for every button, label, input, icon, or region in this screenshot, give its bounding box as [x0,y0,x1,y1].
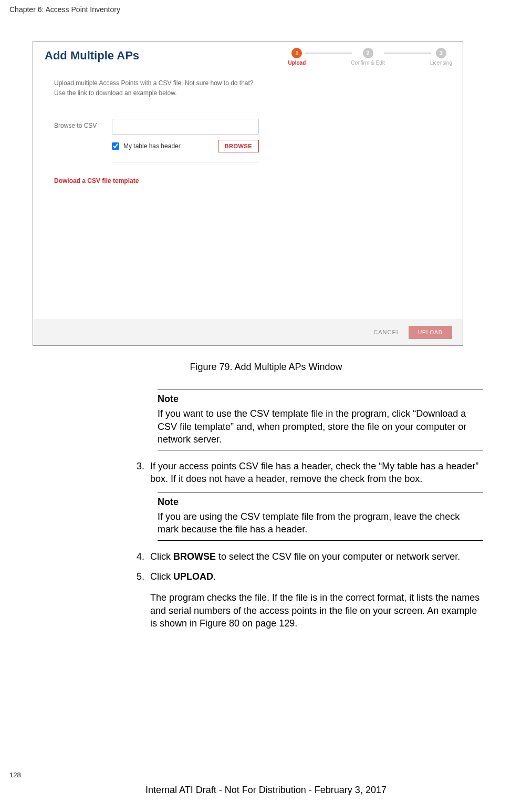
cancel-button[interactable]: CANCEL [373,329,400,335]
note-block-1: Note If you want to use the CSV template… [158,389,483,450]
download-template-link[interactable]: Dowload a CSV file template [54,177,139,184]
form-description: Upload multiple Access Points with a CSV… [54,78,259,108]
form-area: Upload multiple Access Points with a CSV… [33,63,280,185]
note-heading: Note [158,496,483,508]
browse-button[interactable]: BROWSE [218,140,259,152]
wizard-circle-2: 2 [363,48,373,58]
header-checkbox[interactable] [112,142,119,150]
header-checkbox-wrap[interactable]: My table has header [112,142,181,150]
wizard-connector [384,53,431,54]
wizard-circle-3: 3 [436,48,446,58]
step-5-body: Click UPLOAD. The program checks the fil… [150,570,483,630]
wizard-step-licensing: 3 Licensing [430,48,452,66]
browse-row: Browse to CSV My table has header BROWSE [54,108,259,166]
dialog-footer: CANCEL UPLOAD [33,319,463,345]
step-3-number: 3. [137,460,150,486]
upload-button[interactable]: UPLOAD [409,326,452,339]
dialog-screenshot: Add Multiple APs 1 Upload 2 Confirm & Ed… [33,41,463,346]
header-checkbox-label: My table has header [123,142,181,150]
browse-label: Browse to CSV [54,119,112,129]
wizard-step-confirm: 2 Confirm & Edit [351,48,384,66]
wizard-steps: 1 Upload 2 Confirm & Edit 3 Licensing [288,48,452,66]
note-heading: Note [158,393,483,405]
content-column: Note If you want to use the CSV template… [137,384,483,636]
wizard-label-3: Licensing [430,60,452,66]
step-3-body: If your access points CSV file has a hea… [150,460,483,486]
step-5: 5. Click UPLOAD. The program checks the … [137,570,483,630]
wizard-circle-1: 1 [291,48,302,58]
step-4: 4. Click BROWSE to select the CSV file o… [137,550,483,563]
step-5-number: 5. [137,570,150,630]
note-body-2: If you are using the CSV template file f… [158,510,483,536]
wizard-connector [305,53,352,54]
step-4-body: Click BROWSE to select the CSV file on y… [150,550,483,563]
chapter-header: Chapter 6: Access Point Inventory [9,5,120,14]
step-5-sub: The program checks the file. If the file… [150,591,483,630]
figure-caption: Figure 79. Add Multiple APs Window [0,362,532,373]
wizard-label-1: Upload [288,60,306,66]
page-number: 128 [9,771,21,779]
step-3: 3. If your access points CSV file has a … [137,460,483,486]
wizard-label-2: Confirm & Edit [351,60,384,66]
note-block-2: Note If you are using the CSV template f… [158,492,483,541]
csv-path-input[interactable] [112,119,259,135]
footer-text: Internal ATI Draft - Not For Distributio… [0,785,532,796]
step-4-number: 4. [137,550,150,563]
note-body-1: If you want to use the CSV template file… [158,407,483,446]
wizard-step-upload[interactable]: 1 Upload [288,48,306,66]
